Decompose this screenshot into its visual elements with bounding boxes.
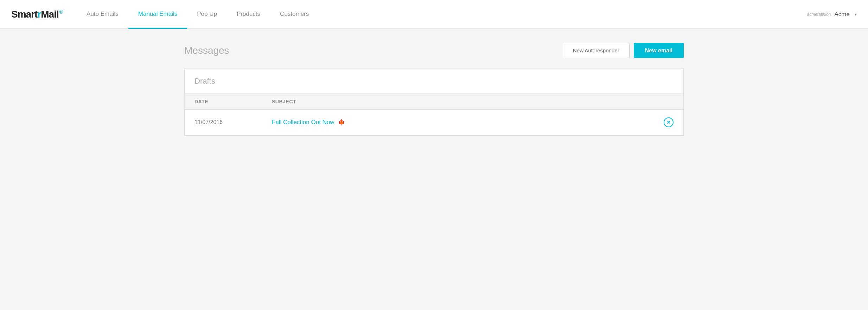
nav-item-popup[interactable]: Pop Up <box>187 0 227 28</box>
nav-link-products[interactable]: Products <box>227 0 270 29</box>
nav-item-auto-emails[interactable]: Auto Emails <box>77 0 128 28</box>
main-content: Messages New Autoresponder New email Dra… <box>170 29 698 150</box>
nav-item-manual-emails[interactable]: Manual Emails <box>128 0 187 28</box>
new-email-button[interactable]: New email <box>634 43 684 58</box>
account-name: Acme <box>835 11 850 18</box>
logo-badge: © <box>59 9 63 15</box>
nav-link-customers[interactable]: Customers <box>270 0 319 29</box>
leaf-icon: 🍁 <box>338 119 345 125</box>
row-actions: ✕ <box>664 117 674 127</box>
logo: SmartrMail© <box>11 0 63 28</box>
subject-column-header: Subject <box>272 99 674 104</box>
nav-links: Auto Emails Manual Emails Pop Up Product… <box>77 0 807 28</box>
drafts-title: Drafts <box>194 77 674 86</box>
nav-link-auto-emails[interactable]: Auto Emails <box>77 0 128 29</box>
chevron-down-icon[interactable]: ▾ <box>855 12 857 17</box>
header-buttons: New Autoresponder New email <box>563 43 684 58</box>
logo-r: r <box>37 9 41 20</box>
subject-text: Fall Collection Out Now <box>272 119 334 125</box>
table-header: Date Subject <box>185 94 683 110</box>
nav-link-manual-emails[interactable]: Manual Emails <box>128 0 187 29</box>
table-row: 11/07/2016 Fall Collection Out Now 🍁 ✕ <box>185 110 683 135</box>
delete-button[interactable]: ✕ <box>664 117 674 127</box>
nav-link-popup[interactable]: Pop Up <box>187 0 227 29</box>
page-title: Messages <box>184 45 229 56</box>
nav-item-customers[interactable]: Customers <box>270 0 319 28</box>
drafts-header: Drafts <box>185 69 683 94</box>
bottom-divider <box>184 136 684 136</box>
new-autoresponder-button[interactable]: New Autoresponder <box>563 43 630 58</box>
store-logo-text: acmefashion <box>807 12 831 17</box>
messages-header: Messages New Autoresponder New email <box>184 43 684 58</box>
logo-suffix: Mail <box>41 9 58 20</box>
row-subject: Fall Collection Out Now 🍁 <box>272 119 664 126</box>
logo-prefix: Smart <box>11 9 37 20</box>
nav-right: acmefashion Acme ▾ <box>807 0 857 28</box>
nav-item-products[interactable]: Products <box>227 0 270 28</box>
drafts-section: Drafts Date Subject 11/07/2016 Fall Coll… <box>184 69 684 136</box>
subject-link[interactable]: Fall Collection Out Now 🍁 <box>272 119 345 125</box>
row-date: 11/07/2016 <box>194 119 272 125</box>
date-column-header: Date <box>194 99 272 104</box>
navbar: SmartrMail© Auto Emails Manual Emails Po… <box>0 0 868 29</box>
